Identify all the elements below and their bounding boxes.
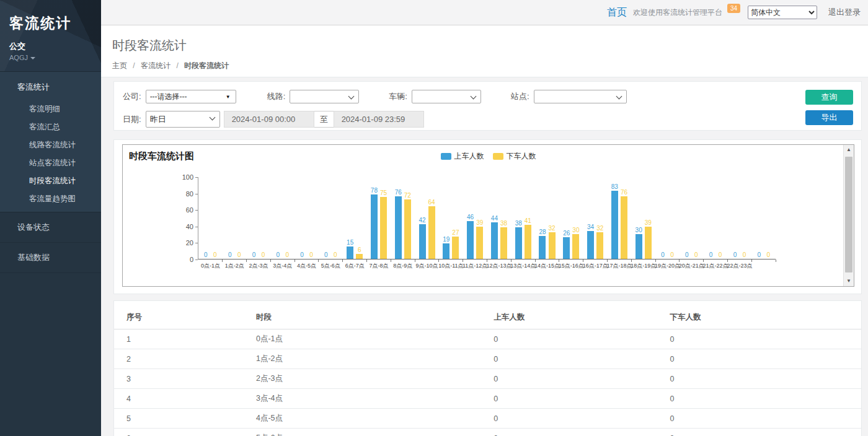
bar-column: 0	[332, 251, 339, 259]
table-cell: 0	[670, 329, 862, 349]
date-preset-wrap: 昨日	[146, 111, 220, 128]
bar-column: 76	[395, 189, 402, 259]
language-select[interactable]: 简体中文	[748, 6, 817, 19]
sidebar-item-passenger-stats[interactable]: 客流统计	[0, 72, 101, 100]
date-preset-select[interactable]: 昨日	[146, 111, 220, 128]
chart-box: 时段车流统计图 上车人数 下车人数 020406080100 000点-1点00…	[122, 144, 854, 287]
legend-item-boarding[interactable]: 上车人数	[441, 151, 484, 162]
bar-group: 1566点-7点	[343, 177, 367, 259]
bar-value-label: 32	[549, 225, 556, 232]
sidebar-subitem[interactable]: 客流汇总	[0, 118, 101, 136]
vehicle-select[interactable]	[412, 90, 481, 103]
table-cell: 3点-4点	[256, 389, 494, 409]
bar-value-label: 38	[500, 220, 507, 227]
bar-column: 30	[572, 227, 579, 259]
query-button[interactable]: 查询	[805, 90, 853, 105]
scrollbar-up-icon[interactable]: ▲	[844, 145, 854, 155]
table-cell: 0	[494, 369, 670, 389]
bar	[621, 196, 627, 259]
bar-group: 263015点-16点	[559, 177, 583, 259]
bar-value-label: 0	[757, 251, 761, 258]
bar-value-label: 32	[596, 225, 603, 232]
export-button[interactable]: 导出	[805, 110, 853, 125]
chart-scrollbar[interactable]: ▲ ▼	[843, 145, 854, 286]
table-cell: 1	[114, 329, 256, 349]
nav-group-passenger-stats: 客流统计 客流明细客流汇总线路客流统计站点客流统计时段客流统计客流量趋势图	[0, 71, 101, 212]
bar-column: 0	[202, 251, 209, 259]
bar	[500, 227, 507, 259]
scrollbar-down-icon[interactable]: ▼	[844, 276, 854, 286]
bar-column: 32	[549, 225, 556, 259]
bar	[636, 234, 642, 259]
legend-label-alighting: 下车人数	[507, 151, 536, 162]
bar-value-label: 34	[587, 224, 594, 230]
x-tick-label: 11点-12点	[463, 262, 487, 270]
home-link[interactable]: 首页	[607, 6, 627, 19]
line-select[interactable]	[290, 90, 359, 103]
bar-group: 004点-5点	[294, 177, 319, 259]
bar-column: 0	[660, 251, 666, 259]
bar	[596, 232, 603, 259]
bar-column: 0	[308, 251, 315, 259]
bar-value-label: 19	[443, 236, 450, 243]
scrollbar-thumb[interactable]	[845, 157, 852, 272]
bar-value-label: 42	[418, 217, 425, 224]
x-tick-label: 0点-1点	[201, 262, 220, 270]
bar-column: 0	[250, 251, 257, 259]
sidebar-subitem[interactable]: 时段客流统计	[0, 172, 101, 190]
breadcrumb: 主页 / 客流统计 / 时段客流统计	[112, 61, 868, 71]
bar-value-label: 0	[670, 251, 674, 258]
sidebar-subitem[interactable]: 站点客流统计	[0, 154, 101, 172]
table-cell: 0	[494, 429, 670, 436]
legend-swatch-alighting	[493, 153, 503, 160]
bar-value-label: 0	[228, 251, 232, 258]
breadcrumb-home[interactable]: 主页	[112, 61, 127, 70]
app-logo: 客流统计	[9, 14, 101, 33]
bar-column: 0	[756, 251, 763, 259]
table-cell: 0	[494, 389, 670, 409]
x-tick-label: 1点-2点	[225, 262, 244, 270]
user-dropdown[interactable]: AQGJ	[9, 54, 101, 61]
breadcrumb-separator: /	[133, 61, 135, 70]
y-tick-label: 0	[172, 256, 193, 263]
bar	[467, 221, 474, 259]
sidebar-nav: 客流统计 客流明细客流汇总线路客流统计站点客流统计时段客流统计客流量趋势图 设备…	[0, 71, 101, 273]
legend-label-boarding: 上车人数	[454, 151, 484, 162]
date-to-input[interactable]	[334, 111, 424, 128]
table-cell: 2	[114, 349, 256, 369]
bar-value-label: 0	[204, 251, 208, 258]
bar-value-label: 0	[661, 251, 665, 258]
header-period: 时段	[256, 305, 494, 329]
company-label: 公司:	[123, 91, 141, 102]
bar-column: 19	[443, 236, 450, 259]
bar-column: 39	[645, 219, 652, 259]
y-tick-label: 40	[172, 223, 193, 230]
sidebar-submenu: 客流明细客流汇总线路客流统计站点客流统计时段客流统计客流量趋势图	[0, 100, 101, 208]
legend-item-alighting[interactable]: 下车人数	[493, 151, 536, 162]
sidebar-logo-area: 客流统计 公交 AQGJ	[0, 0, 101, 71]
logout-link[interactable]: 退出登录	[828, 7, 861, 18]
company-select[interactable]: ---请选择---	[146, 90, 236, 103]
station-select[interactable]	[534, 90, 627, 103]
bar	[380, 197, 387, 259]
table-row: 43点-4点00	[114, 389, 861, 409]
bar	[645, 227, 652, 259]
x-tick-label: 12点-13点	[486, 262, 512, 270]
filter-panel: 公司: ---请选择--- 线路: 车辆: 站点: 日期:	[113, 81, 862, 131]
sidebar-subitem[interactable]: 线路客流统计	[0, 136, 101, 154]
sidebar-subitem[interactable]: 客流量趋势图	[0, 190, 101, 208]
bar	[563, 237, 570, 259]
breadcrumb-passenger-stats[interactable]: 客流统计	[141, 61, 170, 70]
sidebar-subitem[interactable]: 客流明细	[0, 100, 101, 118]
x-tick-label: 3点-4点	[273, 262, 292, 270]
sidebar-item-base-data[interactable]: 基础数据	[0, 243, 101, 273]
x-tick-label: 20点-21点	[679, 262, 704, 270]
y-tick-label: 60	[172, 206, 193, 214]
table-cell: 0	[494, 349, 670, 369]
sidebar-item-device-status[interactable]: 设备状态	[0, 212, 101, 243]
bar-column: 0	[765, 251, 772, 259]
x-tick-label: 18点-19点	[631, 262, 656, 270]
date-from-input[interactable]	[224, 111, 314, 128]
bar-group: 192710点-11点	[439, 177, 463, 259]
bar-value-label: 30	[636, 227, 642, 233]
